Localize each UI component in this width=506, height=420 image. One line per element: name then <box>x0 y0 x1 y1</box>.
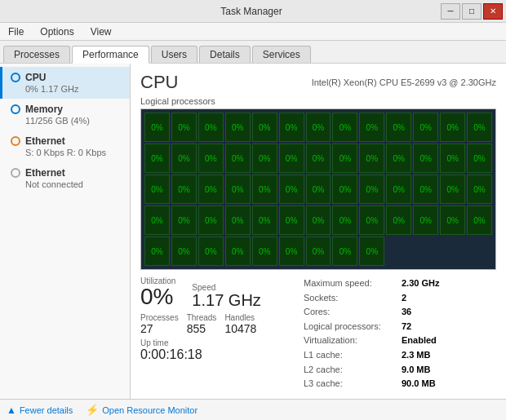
right-stat-value: 90.0 MB <box>402 377 436 391</box>
cpu-cell: 0% <box>198 144 224 173</box>
cpu-cell: 0% <box>306 175 331 204</box>
sidebar-ethernet2-label: Ethernet <box>25 167 65 179</box>
title-bar: Task Manager ─ □ ✕ <box>0 0 506 23</box>
tab-details[interactable]: Details <box>199 46 251 63</box>
cpu-cell: 0% <box>386 206 411 235</box>
cpu-cell: 0% <box>279 144 304 173</box>
right-stat-value: Enabled <box>402 334 437 348</box>
cpu-cell: 0% <box>144 237 170 266</box>
sidebar-ethernet1-label: Ethernet <box>25 135 65 147</box>
bottom-bar: ▲ Fewer details ⚡ Open Resource Monitor <box>0 399 506 420</box>
cpu-cell: 0% <box>279 237 304 266</box>
cpu-cell: 0% <box>252 206 277 235</box>
cpu-cell: 0% <box>359 144 384 173</box>
handles-label: Handles <box>224 313 256 322</box>
memory-status-circle <box>11 104 20 114</box>
sidebar-item-cpu[interactable]: CPU 0% 1.17 GHz <box>0 67 130 99</box>
cpu-cell: 0% <box>306 113 331 142</box>
right-stat-label: Maximum speed: <box>304 276 402 291</box>
cpu-cell: 0% <box>225 175 251 204</box>
cpu-cell: 0% <box>440 113 465 142</box>
cpu-cell: 0% <box>386 175 411 204</box>
cpu-cell: 0% <box>332 206 357 235</box>
menu-options[interactable]: Options <box>35 25 78 38</box>
cpu-cell: 0% <box>440 175 465 204</box>
cpu-cell: 0% <box>252 113 277 142</box>
cpu-cell: 0% <box>413 144 438 173</box>
cpu-cell: 0% <box>225 206 251 235</box>
cpu-cell: 0% <box>171 206 197 235</box>
window-title: Task Manager <box>62 6 441 17</box>
cpu-cell: 0% <box>225 113 251 142</box>
logical-processors-label: Logical processors <box>140 96 496 106</box>
minimize-button[interactable]: ─ <box>441 3 460 20</box>
cpu-cell: 0% <box>413 206 438 235</box>
tab-users[interactable]: Users <box>151 46 198 63</box>
ethernet1-status-circle <box>11 136 20 146</box>
speed-value: 1.17 GHz <box>192 292 260 308</box>
right-stat-value: 2.3 MB <box>402 348 430 363</box>
cpu-cell: 0% <box>252 175 277 204</box>
window-controls[interactable]: ─ □ ✕ <box>441 3 503 20</box>
cpu-cell: 0% <box>306 237 331 266</box>
cpu-cell: 0% <box>359 206 384 235</box>
sidebar-item-ethernet1[interactable]: Ethernet S: 0 Kbps R: 0 Kbps <box>0 130 130 162</box>
cpu-cell: 0% <box>198 175 224 204</box>
menu-bar: File Options View <box>0 23 506 41</box>
cpu-cell: 0% <box>279 113 304 142</box>
maximize-button[interactable]: □ <box>462 3 482 20</box>
open-resource-monitor-button[interactable]: ⚡ Open Resource Monitor <box>86 404 198 416</box>
content-header: CPU Intel(R) Xeon(R) CPU E5-2699 v3 @ 2.… <box>140 72 496 93</box>
tab-processes[interactable]: Processes <box>3 46 70 63</box>
sidebar-cpu-detail: 0% 1.17 GHz <box>11 84 123 94</box>
right-stat-row: Sockets:2 <box>304 291 496 306</box>
right-stat-row: L2 cache:9.0 MB <box>304 363 496 378</box>
cpu-cell: 0% <box>252 237 277 266</box>
cpu-cell: 0% <box>198 113 224 142</box>
open-resource-monitor-label: Open Resource Monitor <box>102 405 198 415</box>
cpu-cell: 0% <box>386 144 411 173</box>
right-stat-label: Cores: <box>304 305 402 320</box>
cpu-cell: 0% <box>359 113 384 142</box>
cpu-cell: 0% <box>467 206 492 235</box>
cpu-cell: 0% <box>359 237 384 266</box>
stats-container: Utilization 0% Speed 1.17 GHz Processes … <box>140 276 496 391</box>
menu-file[interactable]: File <box>3 25 29 38</box>
cpu-cell: 0% <box>413 175 438 204</box>
sidebar-ethernet1-detail: S: 0 Kbps R: 0 Kbps <box>11 148 123 157</box>
sidebar-cpu-label: CPU <box>25 72 46 83</box>
tab-performance[interactable]: Performance <box>72 46 149 64</box>
cpu-cell: 0% <box>198 237 224 266</box>
content-area: CPU Intel(R) Xeon(R) CPU E5-2699 v3 @ 2.… <box>131 64 506 399</box>
cpu-cell: 0% <box>332 237 357 266</box>
cpu-cell: 0% <box>359 175 384 204</box>
cpu-cell: 0% <box>440 144 465 173</box>
cpu-cell: 0% <box>386 113 411 142</box>
right-stat-value: 9.0 MB <box>402 363 430 378</box>
cpu-cell: 0% <box>252 144 277 173</box>
cpu-cell: 0% <box>171 144 197 173</box>
cpu-cell: 0% <box>171 113 197 142</box>
tabs-bar: Processes Performance Users Details Serv… <box>0 41 506 64</box>
sidebar-item-ethernet2[interactable]: Ethernet Not connected <box>0 162 130 194</box>
sidebar-ethernet2-detail: Not connected <box>11 179 123 189</box>
content-title: CPU <box>140 72 178 93</box>
sidebar-item-memory[interactable]: Memory 11/256 GB (4%) <box>0 99 130 130</box>
close-button[interactable]: ✕ <box>483 3 503 20</box>
cpu-cell: 0% <box>171 175 197 204</box>
fewer-details-label: Fewer details <box>20 405 73 415</box>
menu-view[interactable]: View <box>86 25 117 38</box>
sidebar: CPU 0% 1.17 GHz Memory 11/256 GB (4%) Et… <box>0 64 131 399</box>
left-stats: Utilization 0% Speed 1.17 GHz Processes … <box>140 276 304 391</box>
cpu-cell: 0% <box>306 144 331 173</box>
right-stat-row: L1 cache:2.3 MB <box>304 348 496 363</box>
uptime-label: Up time <box>140 338 304 347</box>
right-stat-label: Sockets: <box>304 291 402 306</box>
fewer-details-button[interactable]: ▲ Fewer details <box>7 405 73 416</box>
right-stat-value: 2.30 GHz <box>402 276 439 291</box>
tab-services[interactable]: Services <box>252 46 311 63</box>
right-stat-row: Virtualization:Enabled <box>304 334 496 348</box>
cpu-cell: 0% <box>467 144 492 173</box>
cpu-cell: 0% <box>440 206 465 235</box>
right-stat-row: Logical processors:72 <box>304 320 496 334</box>
